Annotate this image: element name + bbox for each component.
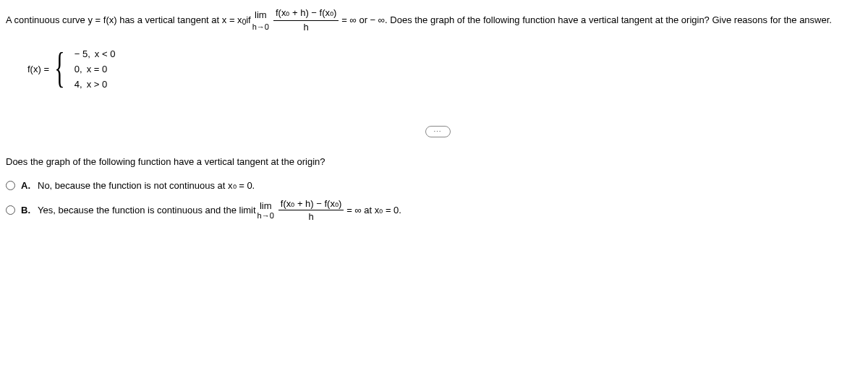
frac-den: h — [304, 21, 309, 34]
case-row: 0, x = 0 — [75, 64, 116, 74]
case-val: 4, — [75, 79, 82, 90]
lim-bot: h→0 — [252, 22, 269, 32]
piecewise-cases: − 5, x < 0 0, x = 0 4, x > 0 — [75, 48, 116, 90]
lim-expr-b: lim h→0 — [258, 200, 274, 220]
radio-icon[interactable] — [6, 181, 15, 190]
lim-expr: lim h→0 — [252, 9, 269, 32]
option-a[interactable]: A. No, because the function is not conti… — [6, 180, 862, 191]
frac-num: f(x₀ + h) − f(x₀) — [273, 7, 339, 21]
ellipsis-icon: ⋯ — [433, 127, 443, 136]
case-cond: x = 0 — [87, 64, 108, 74]
intro-text-3: = ∞ or − ∞. Does the graph of the follow… — [341, 14, 832, 27]
frac-den-b: h — [308, 210, 313, 222]
option-b-label: B. — [21, 205, 30, 216]
radio-icon[interactable] — [6, 205, 15, 215]
option-b-pre: Yes, because the function is continuous … — [38, 205, 256, 216]
case-cond: x < 0 — [95, 48, 116, 59]
case-val: − 5, — [75, 48, 90, 59]
case-cond: x > 0 — [87, 79, 108, 90]
diffq-frac-b: f(x₀ + h) − f(x₀) h — [278, 198, 344, 222]
diffq-frac: f(x₀ + h) − f(x₀) h — [273, 7, 339, 34]
option-a-text: No, because the function is not continuo… — [38, 180, 255, 191]
expand-ellipsis[interactable]: ⋯ — [425, 126, 451, 137]
lim-top-b: lim — [260, 200, 272, 211]
piecewise-lhs: f(x) = — [27, 64, 49, 74]
intro-text-2: if — [246, 14, 251, 27]
lim-top: lim — [255, 9, 267, 22]
question-text: Does the graph of the following function… — [6, 156, 862, 167]
frac-num-b: f(x₀ + h) − f(x₀) — [278, 198, 344, 210]
option-b[interactable]: B. Yes, because the function is continuo… — [6, 198, 862, 222]
intro-sub0: 0 — [242, 17, 247, 27]
piecewise-definition: f(x) = { − 5, x < 0 0, x = 0 4, x > 0 — [27, 48, 862, 90]
intro-text-1: A continuous curve y = f(x) has a vertic… — [6, 14, 242, 27]
lim-bot-b: h→0 — [258, 211, 274, 220]
option-b-content: Yes, because the function is continuous … — [38, 198, 401, 222]
left-brace: { — [54, 49, 64, 85]
case-row: − 5, x < 0 — [75, 48, 116, 59]
problem-statement: A continuous curve y = f(x) has a vertic… — [6, 7, 862, 34]
case-row: 4, x > 0 — [75, 79, 116, 90]
case-val: 0, — [75, 64, 82, 74]
option-b-post: = ∞ at x₀ = 0. — [346, 205, 401, 216]
option-a-label: A. — [21, 180, 30, 191]
